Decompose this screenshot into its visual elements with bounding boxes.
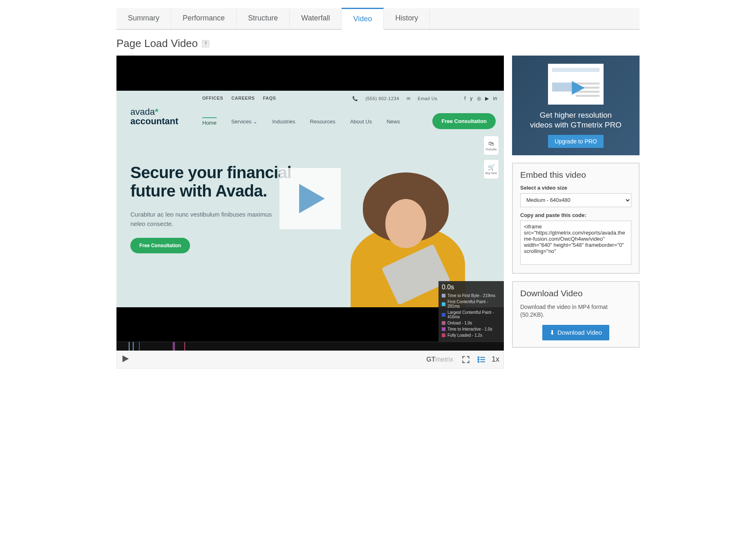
timeline-marker: [174, 342, 175, 351]
video-player: OFFICES CAREERS FAQS 📞 (555) 802-1234 ✉ …: [116, 56, 504, 342]
embed-panel: Embed this video Select a video size Med…: [512, 163, 640, 274]
report-tabs: Summary Performance Structure Waterfall …: [116, 8, 640, 30]
phone-icon: 📞: [352, 96, 358, 101]
mock-badge: 🛒Buy Now: [483, 159, 499, 179]
mail-icon: ✉: [407, 96, 411, 101]
help-icon[interactable]: ?: [202, 40, 209, 47]
mock-phone: (555) 802-1234: [366, 96, 399, 101]
social-icon: ▶: [485, 96, 489, 101]
mock-nav: Home Services ⌄ Industries Resources Abo…: [202, 117, 400, 128]
embed-code-label: Copy and paste this code:: [520, 212, 631, 218]
mock-logo: avada* accountant: [130, 107, 178, 126]
mock-nav-item: Industries: [272, 118, 295, 127]
mock-topbar: OFFICES CAREERS FAQS 📞 (555) 802-1234 ✉ …: [202, 96, 497, 101]
social-icon: f: [464, 96, 466, 101]
mock-cta: Free Consultation: [432, 113, 496, 129]
timeline-marker: [129, 342, 130, 351]
pro-promo-panel: Get higher resolutionvideos with GTmetri…: [512, 56, 640, 155]
tab-history[interactable]: History: [384, 8, 430, 29]
mock-nav-item: Services ⌄: [231, 118, 257, 127]
mock-toplink: CAREERS: [231, 96, 255, 101]
embed-heading: Embed this video: [520, 170, 631, 180]
gtmetrix-logo: GTmetrix: [426, 356, 453, 363]
play-button[interactable]: [121, 354, 130, 365]
metric-row: First Contentful Paint - 281ms: [442, 299, 501, 309]
mock-hero-heading: Secure your financialfuture with Avada.: [130, 163, 291, 200]
play-icon: [292, 180, 329, 217]
metric-color-swatch: [442, 327, 445, 331]
download-heading: Download Video: [520, 288, 631, 298]
mock-nav-item: Resources: [310, 118, 336, 127]
download-video-button[interactable]: ⬇Download Video: [542, 325, 609, 340]
tab-performance[interactable]: Performance: [171, 8, 237, 29]
play-overlay-button[interactable]: [280, 168, 341, 229]
video-timeline[interactable]: [116, 342, 504, 351]
metric-row: Time to Interactive - 1.0s: [442, 326, 501, 332]
metric-color-swatch: [442, 333, 445, 337]
mock-hero-cta: Free Consultation: [130, 238, 190, 253]
timeline-marker: [184, 342, 185, 351]
svg-marker-8: [572, 81, 585, 95]
fullscreen-button[interactable]: [460, 353, 472, 366]
svg-point-2: [478, 357, 479, 358]
timeline-marker: [139, 342, 140, 351]
tab-video[interactable]: Video: [342, 8, 384, 30]
metric-row: Time to First Byte - 219ms: [442, 293, 501, 299]
tab-summary[interactable]: Summary: [116, 8, 171, 29]
promo-text: Get higher resolutionvideos with GTmetri…: [519, 110, 633, 130]
play-icon: [569, 79, 586, 96]
metric-color-swatch: [442, 321, 445, 325]
embed-size-label: Select a video size: [520, 185, 631, 191]
mock-nav-item: Home: [202, 117, 217, 128]
timeline-marker: [173, 342, 174, 351]
embed-size-select[interactable]: Medium - 640x480: [520, 193, 631, 207]
tab-structure[interactable]: Structure: [237, 8, 290, 29]
social-icon: in: [493, 96, 497, 101]
social-icon: y: [470, 96, 473, 101]
svg-point-4: [478, 359, 479, 360]
download-description: Download the video in MP4 format (50.2KB…: [520, 303, 631, 319]
mock-nav-item: News: [387, 118, 400, 127]
mock-toplink: OFFICES: [202, 96, 223, 101]
metric-row: Onload - 1.0s: [442, 320, 501, 326]
promo-thumbnail: [548, 64, 604, 105]
metric-color-swatch: [442, 302, 445, 306]
player-controls-bar: GTmetrix 1x: [116, 351, 504, 369]
mock-email: Email Us: [418, 96, 437, 101]
svg-marker-0: [299, 184, 325, 213]
upgrade-pro-button[interactable]: Upgrade to PRO: [548, 135, 604, 148]
metric-row: Fully Loaded - 1.2s: [442, 332, 501, 338]
metrics-legend: 0.0s Time to First Byte - 219ms First Co…: [438, 281, 504, 342]
metric-color-swatch: [442, 313, 445, 317]
mock-hero-sub: Curabitur ac leo nunc vestibulum finibus…: [130, 210, 277, 228]
download-panel: Download Video Download the video in MP4…: [512, 281, 640, 348]
svg-point-6: [478, 361, 479, 362]
tab-waterfall[interactable]: Waterfall: [290, 8, 342, 29]
timeline-marker: [133, 342, 134, 351]
mock-toplink: FAQS: [263, 96, 276, 101]
mock-nav-item: About Us: [350, 118, 372, 127]
page-title: Page Load Video: [116, 37, 198, 50]
playback-time: 0.0s: [442, 284, 501, 291]
playback-speed[interactable]: 1x: [492, 355, 499, 364]
metric-color-swatch: [442, 294, 445, 297]
legend-toggle-button[interactable]: [475, 353, 488, 366]
embed-code-textarea[interactable]: [520, 221, 631, 265]
download-icon: ⬇: [550, 329, 555, 336]
metric-row: Largest Contentful Paint - 416ms: [442, 309, 501, 320]
mock-badge: 🛍Prebuilts: [483, 136, 499, 155]
social-icon: ◎: [477, 96, 481, 101]
svg-marker-1: [123, 355, 129, 362]
